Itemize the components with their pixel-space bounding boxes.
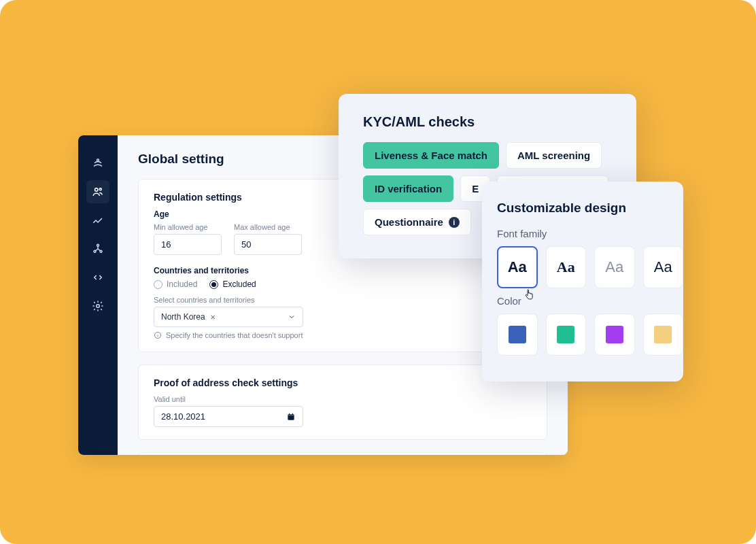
color-swatch xyxy=(509,326,526,343)
kyc-pill-label: Liveness & Face match xyxy=(375,150,487,161)
calendar-icon xyxy=(286,412,296,422)
sidebar xyxy=(78,135,118,455)
radio-icon xyxy=(209,280,218,289)
design-heading: Customizable design xyxy=(497,201,683,216)
valid-until-value: 28.10.2021 xyxy=(161,411,205,422)
font-heading: Font family xyxy=(497,228,683,239)
kyc-pill-label: ID verification xyxy=(375,183,442,194)
kyc-pill[interactable]: ID verification xyxy=(363,175,453,202)
select-countries-label: Select countries and territories xyxy=(154,296,532,304)
kyc-pill[interactable]: AML screening xyxy=(506,142,602,169)
color-row xyxy=(497,313,683,356)
max-age-input[interactable] xyxy=(234,234,302,255)
stage: Global setting Regulation settings Age M… xyxy=(0,0,756,544)
sidebar-item-org[interactable] xyxy=(86,237,109,260)
svg-point-3 xyxy=(97,244,99,246)
svg-point-6 xyxy=(97,305,100,308)
kyc-heading: KYC/AML checks xyxy=(363,114,612,130)
gear-icon xyxy=(92,300,104,312)
identity-icon xyxy=(92,157,104,169)
max-age-label: Max allowed age xyxy=(234,223,302,231)
design-card: Customizable design Font family Aa Aa Aa… xyxy=(482,182,683,381)
kyc-pill-label: E xyxy=(472,183,479,194)
color-swatch xyxy=(557,326,574,343)
svg-point-2 xyxy=(99,188,101,190)
min-age-input[interactable] xyxy=(154,234,222,255)
color-option[interactable] xyxy=(594,313,635,356)
chip-remove-icon[interactable]: ✕ xyxy=(210,313,216,321)
color-swatch xyxy=(606,326,623,343)
color-swatch xyxy=(654,326,672,343)
radio-excluded-label: Excluded xyxy=(222,279,256,289)
radio-icon xyxy=(154,280,162,289)
color-option[interactable] xyxy=(497,313,538,356)
country-chip-label: North Korea xyxy=(161,312,205,322)
svg-point-0 xyxy=(97,159,99,161)
max-age-field: Max allowed age xyxy=(234,223,302,255)
sidebar-item-identity[interactable] xyxy=(86,152,109,175)
svg-point-1 xyxy=(95,188,99,192)
svg-rect-9 xyxy=(288,413,294,415)
info-icon: i xyxy=(449,217,460,228)
min-age-field: Min allowed age xyxy=(154,223,222,255)
chart-icon xyxy=(92,214,104,226)
color-option[interactable] xyxy=(546,313,587,356)
sidebar-item-dev[interactable] xyxy=(86,266,109,289)
valid-label: Valid until xyxy=(154,395,532,403)
kyc-pill-label: AML screening xyxy=(517,150,590,161)
proof-heading: Proof of address check settings xyxy=(154,377,532,388)
pointer-cursor-icon xyxy=(523,289,534,304)
font-row: Aa Aa Aa Aa xyxy=(497,246,683,288)
sidebar-item-users[interactable] xyxy=(86,180,109,203)
color-option[interactable] xyxy=(643,313,684,356)
countries-heading: Countries and territories xyxy=(154,266,532,275)
radio-included[interactable]: Included xyxy=(154,279,197,289)
countries-hint: Specify the countries that doesn't suppo… xyxy=(154,331,532,339)
aml-accordion[interactable]: AML settings xyxy=(138,452,547,455)
kyc-pill[interactable]: Liveness & Face match xyxy=(363,142,499,169)
users-icon xyxy=(92,186,104,198)
valid-until-input[interactable]: 28.10.2021 xyxy=(154,406,303,427)
kyc-pill-label: Questionnaire xyxy=(375,216,443,228)
kyc-pill[interactable]: Questionnairei xyxy=(363,209,471,235)
min-age-label: Min allowed age xyxy=(154,223,222,231)
sidebar-item-settings[interactable] xyxy=(86,294,109,318)
radio-excluded[interactable]: Excluded xyxy=(209,279,256,289)
chevron-down-icon xyxy=(288,313,296,321)
info-icon xyxy=(154,331,162,339)
radio-included-label: Included xyxy=(167,279,197,289)
org-icon xyxy=(92,243,104,255)
country-select[interactable]: North Korea ✕ xyxy=(154,307,303,327)
font-option-3[interactable]: Aa xyxy=(594,246,634,288)
font-option-1[interactable]: Aa xyxy=(497,246,538,288)
font-option-2[interactable]: Aa xyxy=(546,246,586,288)
sidebar-item-analytics[interactable] xyxy=(86,209,109,232)
font-option-4[interactable]: Aa xyxy=(643,246,683,288)
code-icon xyxy=(92,271,104,284)
